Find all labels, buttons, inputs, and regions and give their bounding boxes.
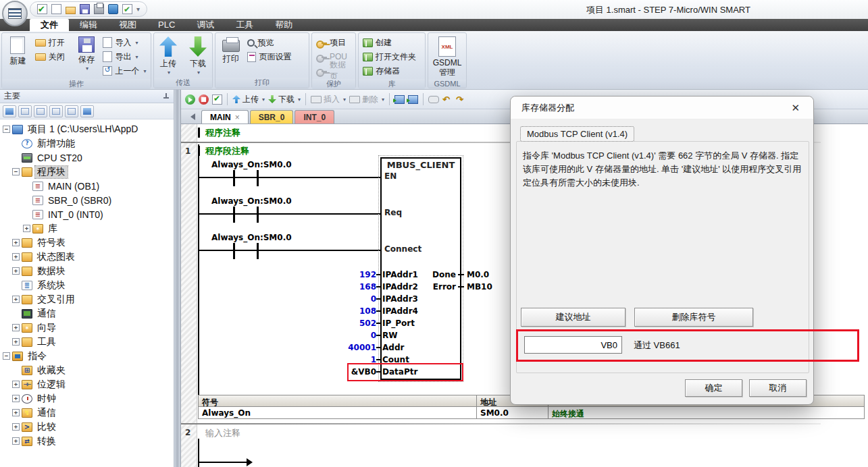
expander-icon[interactable] <box>12 253 20 260</box>
tree-item-project[interactable]: 项目 1 (C:\Users\LH\AppD <box>0 122 174 136</box>
library-memory-button[interactable]: 存储器 <box>361 64 423 78</box>
pou-cascade-icon[interactable] <box>394 95 405 104</box>
stop-icon[interactable] <box>199 94 209 105</box>
expander-icon[interactable] <box>12 409 20 416</box>
param-row[interactable]: 0RW <box>302 329 461 341</box>
bookmark-icon[interactable] <box>428 96 439 103</box>
library-create-button[interactable]: 创建 <box>361 36 423 49</box>
tree-item-whats-new[interactable]: 新增功能 <box>0 136 174 150</box>
tree-item-instructions[interactable]: 指令 <box>0 349 174 363</box>
expander-icon[interactable] <box>12 437 20 445</box>
download-toolbar-button[interactable]: 下载 <box>268 94 301 105</box>
tree-item-comm-instr[interactable]: 通信 <box>0 406 174 420</box>
menu-tab-help[interactable]: 帮助 <box>264 19 303 31</box>
menu-tab-tools[interactable]: 工具 <box>225 19 264 31</box>
dialog-titlebar[interactable]: 库存储器分配 ✕ <box>511 97 813 119</box>
view-cross-reference-icon[interactable] <box>65 105 78 117</box>
save-icon[interactable] <box>80 4 90 14</box>
expander-icon[interactable] <box>12 381 20 388</box>
contact-icon[interactable] <box>257 170 259 186</box>
suggest-address-button[interactable]: 建议地址 <box>521 308 626 327</box>
ok-button[interactable]: 确定 <box>685 379 742 397</box>
new-button[interactable]: 新建 <box>4 34 32 67</box>
tree-item-tools[interactable]: 工具 <box>0 335 174 349</box>
open-button[interactable]: 打开 <box>33 36 72 49</box>
library-open-folder-button[interactable]: 打开文件夹 <box>361 50 423 63</box>
network-2-comment[interactable]: 输入注释 <box>205 427 240 439</box>
view-symbol-table-icon[interactable] <box>18 105 32 117</box>
compile-icon[interactable] <box>212 94 222 105</box>
contact-icon[interactable] <box>233 207 235 223</box>
tree-item-cpu[interactable]: CPU ST20 <box>0 150 174 165</box>
expander-icon[interactable] <box>12 423 20 431</box>
param-row[interactable]: 108IPAddr4 <box>302 305 461 317</box>
symbol-table-row[interactable]: Always_On SM0.0 始终接通 <box>198 407 865 419</box>
import-button[interactable]: 导入 <box>101 36 149 49</box>
tab-main[interactable]: MAIN× <box>201 110 249 123</box>
run-icon[interactable] <box>185 94 195 105</box>
close-button[interactable]: 关闭 <box>33 50 72 63</box>
protect-project-button[interactable]: 项目 <box>314 36 353 49</box>
download-button[interactable]: 下载 <box>186 34 210 74</box>
expander-icon[interactable] <box>12 239 20 246</box>
next-bookmark-icon[interactable]: ↷ <box>456 95 466 104</box>
view-data-block-icon[interactable] <box>49 105 63 117</box>
tree-item-library[interactable]: 库 <box>0 221 174 236</box>
expander-icon[interactable] <box>3 126 10 133</box>
gsdml-manage-button[interactable]: GSDML管理 <box>430 34 464 78</box>
tab-sbr0[interactable]: SBR_0 <box>250 110 294 123</box>
tree-item-main[interactable]: MAIN (OB1) <box>0 179 174 193</box>
dialog-close-icon[interactable]: ✕ <box>788 102 802 114</box>
view-status-chart-icon[interactable] <box>34 105 47 117</box>
save-button[interactable]: 保存 <box>73 34 99 70</box>
expander-icon[interactable] <box>12 296 20 303</box>
menu-tab-edit[interactable]: 编辑 <box>69 19 108 31</box>
tree-item-symbol-table[interactable]: 符号表 <box>0 236 174 250</box>
expander-icon[interactable] <box>12 395 20 402</box>
tree-item-communication[interactable]: 通信 <box>0 306 174 321</box>
expander-icon[interactable] <box>12 168 20 175</box>
network-1-comment[interactable]: 程序段注释 <box>205 145 249 157</box>
pou-cascade-2-icon[interactable] <box>408 95 418 104</box>
tree-item-data-block[interactable]: 数据块 <box>0 264 174 278</box>
tree-item-wizard[interactable]: 向导 <box>0 321 174 335</box>
print-icon[interactable] <box>94 4 104 14</box>
qat-dropdown-icon[interactable]: ▾ <box>136 5 140 13</box>
page-setup-button[interactable]: 页面设置 <box>245 50 307 63</box>
cancel-button[interactable]: 取消 <box>749 379 807 397</box>
previous-button[interactable]: 上一个 <box>101 64 149 78</box>
param-row[interactable]: 502IP_Port <box>302 317 461 329</box>
tree-item-system-block[interactable]: 系统块 <box>0 278 174 292</box>
delete-library-symbols-button[interactable]: 删除库符号 <box>634 308 753 327</box>
tree-item-cross-reference[interactable]: 交叉引用 <box>0 292 174 306</box>
export-button[interactable]: 导出 <box>101 50 149 63</box>
tree-item-bit-logic[interactable]: 位逻辑 <box>0 377 174 391</box>
tree-item-sbr0[interactable]: SBR_0 (SBR0) <box>0 193 174 207</box>
contact-icon[interactable] <box>233 170 235 186</box>
menu-tab-debug[interactable]: 调试 <box>186 19 225 31</box>
tab-close-icon[interactable]: × <box>235 113 240 122</box>
expander-icon[interactable] <box>23 225 30 232</box>
param-row[interactable]: 0IPAddr3 <box>302 293 461 305</box>
new-document-icon[interactable] <box>51 4 61 14</box>
tree-item-clock[interactable]: 时钟 <box>0 391 174 406</box>
contact-icon[interactable] <box>233 243 235 259</box>
edit-check-icon[interactable] <box>122 4 132 14</box>
previous-bookmark-icon[interactable]: ↶ <box>442 95 453 104</box>
panel-splitter[interactable] <box>174 90 181 467</box>
info-icon[interactable] <box>108 4 118 14</box>
print-button[interactable]: 打印 <box>218 34 244 65</box>
tree-item-program-block[interactable]: 程序块 <box>0 165 174 179</box>
tree-item-int0[interactable]: INT_0 (INT0) <box>0 207 174 221</box>
tree-item-status-chart[interactable]: 状态图表 <box>0 250 174 264</box>
upload-button[interactable]: 上传 <box>156 34 180 74</box>
upload-toolbar-button[interactable]: 上传 <box>232 94 265 105</box>
contact-icon[interactable] <box>257 207 259 223</box>
menu-tab-file[interactable]: 文件 <box>30 19 69 31</box>
tab-scroll-left-icon[interactable] <box>185 111 195 122</box>
tree-item-convert[interactable]: 转换 <box>0 434 174 448</box>
program-comment[interactable]: 程序注释 <box>205 127 240 139</box>
pin-icon[interactable] <box>163 93 170 100</box>
menu-tab-plc[interactable]: PLC <box>147 19 186 31</box>
view-project-icon[interactable] <box>3 105 16 117</box>
